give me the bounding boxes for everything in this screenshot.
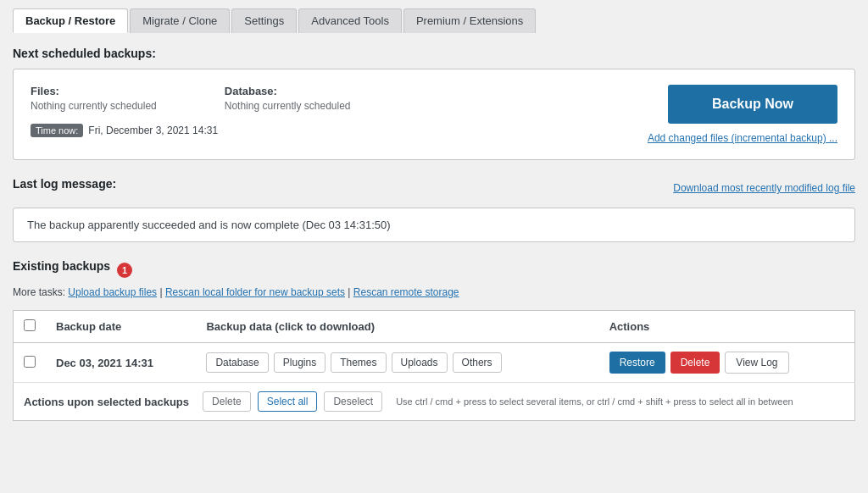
backups-table: Backup date Backup data (click to downlo… (13, 310, 855, 383)
files-label: Files: (31, 85, 157, 97)
rescan-local-link[interactable]: Rescan local folder for new backup sets (165, 286, 345, 298)
row-date: Dec 03, 2021 14:31 (46, 343, 196, 383)
data-btn-plugins[interactable]: Plugins (274, 352, 326, 373)
row-checkbox-cell (14, 343, 47, 383)
view-log-button[interactable]: View Log (725, 352, 788, 374)
next-scheduled-card: Files: Nothing currently scheduled Datab… (13, 69, 855, 160)
table-row: Dec 03, 2021 14:31 Database Plugins Them… (14, 343, 855, 383)
select-all-button[interactable]: Select all (258, 391, 318, 412)
tab-migrate-clone[interactable]: Migrate / Clone (130, 8, 230, 33)
time-now-badge: Time now: (31, 124, 83, 137)
page-wrapper: Backup / Restore Migrate / Clone Setting… (0, 0, 868, 429)
select-all-checkbox[interactable] (24, 319, 36, 331)
bottom-action-bar: Actions upon selected backups Delete Sel… (13, 383, 855, 421)
deselect-button[interactable]: Deselect (324, 391, 382, 412)
time-now-value: Fri, December 3, 2021 14:31 (88, 125, 218, 136)
col-actions: Actions (599, 311, 855, 343)
col-check (14, 311, 47, 343)
restore-button[interactable]: Restore (609, 352, 665, 374)
delete-button[interactable]: Delete (670, 352, 721, 374)
row-data-buttons: Database Plugins Themes Uploads Others (196, 343, 598, 383)
files-col: Files: Nothing currently scheduled (31, 85, 157, 112)
tab-backup-restore[interactable]: Backup / Restore (13, 8, 128, 33)
log-header-row: Last log message: Download most recently… (13, 177, 855, 199)
database-status: Nothing currently scheduled (225, 100, 351, 112)
tab-premium-extensions[interactable]: Premium / Extensions (403, 8, 536, 33)
existing-backups-heading: Existing backups (13, 259, 110, 273)
database-label: Database: (225, 85, 351, 97)
data-btn-others[interactable]: Others (453, 352, 502, 373)
row-checkbox[interactable] (24, 356, 36, 368)
hint-text: Use ctrl / cmd + press to select several… (396, 396, 793, 407)
rescan-remote-link[interactable]: Rescan remote storage (353, 286, 459, 298)
next-scheduled-heading: Next scheduled backups: (13, 47, 855, 60)
existing-backups-badge: 1 (117, 263, 132, 278)
download-log-link[interactable]: Download most recently modified log file (673, 182, 855, 194)
row-actions: Restore Delete View Log (599, 343, 855, 383)
backup-now-button[interactable]: Backup Now (668, 85, 837, 124)
tab-bar: Backup / Restore Migrate / Clone Setting… (13, 8, 855, 33)
col-date: Backup date (46, 311, 196, 343)
existing-backups-heading-row: Existing backups 1 (13, 259, 855, 281)
database-col: Database: Nothing currently scheduled (225, 85, 351, 112)
tab-advanced-tools[interactable]: Advanced Tools (298, 8, 402, 33)
time-now-row: Time now: Fri, December 3, 2021 14:31 (31, 124, 648, 137)
table-header-row: Backup date Backup data (click to downlo… (14, 311, 855, 343)
col-data: Backup data (click to download) (196, 311, 598, 343)
files-status: Nothing currently scheduled (31, 100, 157, 112)
more-tasks-row: More tasks: Upload backup files | Rescan… (13, 286, 855, 298)
data-btn-database[interactable]: Database (206, 352, 268, 373)
bulk-delete-button[interactable]: Delete (203, 391, 251, 412)
backup-info-right: Backup Now Add changed files (incrementa… (648, 85, 837, 144)
last-log-heading: Last log message: (13, 177, 116, 191)
log-message-box: The backup apparently succeeded and is n… (13, 208, 855, 242)
backup-info-left: Files: Nothing currently scheduled Datab… (31, 85, 648, 137)
tab-settings[interactable]: Settings (231, 8, 297, 33)
upload-backup-link[interactable]: Upload backup files (68, 286, 157, 298)
data-btn-uploads[interactable]: Uploads (392, 352, 448, 373)
data-btn-themes[interactable]: Themes (331, 352, 386, 373)
bottom-bar-label: Actions upon selected backups (24, 396, 189, 408)
more-tasks-label: More tasks: (13, 286, 65, 298)
incremental-backup-link[interactable]: Add changed files (incremental backup) .… (648, 132, 837, 144)
